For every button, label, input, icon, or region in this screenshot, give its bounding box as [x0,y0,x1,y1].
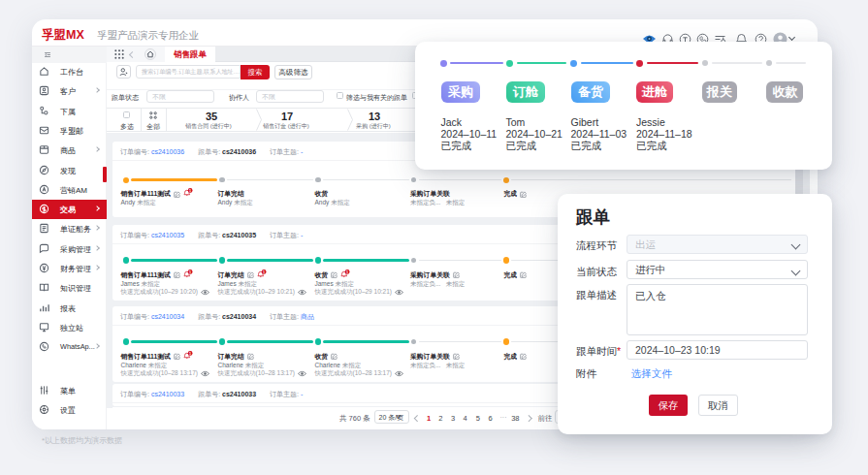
svg-text:1: 1 [189,189,191,193]
svg-text:1: 1 [189,269,191,273]
svg-text:1: 1 [189,351,191,355]
svg-text:1: 1 [346,269,348,273]
svg-text:1: 1 [263,269,265,273]
